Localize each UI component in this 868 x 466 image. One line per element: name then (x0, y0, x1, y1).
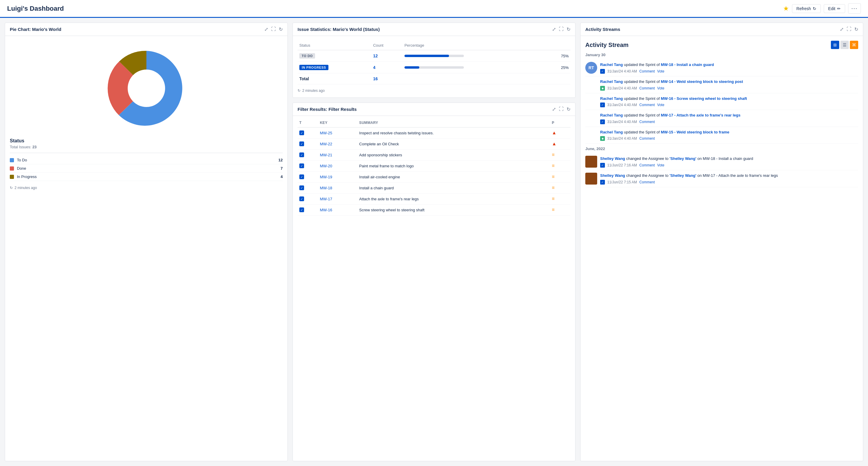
issue-link[interactable]: MW-16 - Screw steering wheel to steering… (661, 96, 747, 101)
stats-controls[interactable]: ⤢ ⛶ ↻ (552, 26, 570, 32)
activity-text: Rachel Tang updated the Sprint of MW-16 … (600, 96, 858, 101)
activity-meta: ✓ 11/Jun/22 7:15 AM Comment (600, 180, 858, 184)
activity-text: Rachel Tang updated the Sprint of MW-17 … (600, 112, 858, 118)
count-link-total[interactable]: 16 (373, 77, 378, 81)
activity-action-comment[interactable]: Comment (639, 86, 655, 90)
activity-action-vote[interactable]: Vote (657, 86, 664, 90)
issue-key[interactable]: MW-22 (320, 142, 332, 146)
assignee-link[interactable]: 'Shelley Wang' (670, 173, 696, 178)
issue-key[interactable]: MW-19 (320, 175, 332, 179)
issue-key[interactable]: MW-20 (320, 164, 332, 168)
issue-key[interactable]: MW-21 (320, 153, 332, 157)
edit-button[interactable]: Edit ✏ (824, 4, 845, 13)
activity-view-icons: ⊞ ☰ ⌘ (831, 41, 858, 49)
stats-widget: Issue Statistics: Mario's World (Status)… (292, 23, 576, 98)
more-options-button[interactable]: ··· (848, 3, 861, 14)
activity-meta: ◆ 31/Jan/24 4:40 AM Comment (600, 136, 858, 141)
filter-col-priority: P (550, 118, 570, 127)
page-header: Luigi's Dashboard ★ Refresh ↻ Edit ✏ ··· (0, 0, 868, 18)
stats-table: Status Count Percentage TO DO 12 (298, 41, 570, 84)
pie-chart-widget: Pie Chart: Mario's World ⤢ ⛶ ↻ (5, 23, 288, 461)
activity-time: 31/Jan/24 4:40 AM (607, 103, 637, 107)
issue-link[interactable]: MW-15 - Weld steering block to frame (661, 130, 729, 134)
collapse-icon[interactable]: ⤢ (552, 107, 556, 112)
activity-item: Rachel Tang updated the Sprint of MW-16 … (585, 93, 858, 110)
activity-widget: Activity Streams ⤢ ⛶ ↻ Activity Stream ⊞… (580, 23, 863, 461)
activity-action-vote[interactable]: Vote (657, 69, 664, 74)
activity-type-icon: ✓ (600, 163, 605, 168)
activity-item-content: Shelley Wang changed the Assignee to 'Sh… (600, 173, 858, 184)
count-link-todo[interactable]: 12 (373, 54, 378, 58)
progress-bar-inprogress (404, 66, 419, 69)
refresh-icon[interactable]: ↻ (566, 107, 570, 112)
list-view-button[interactable]: ☰ (840, 41, 849, 49)
activity-inner-header: Activity Stream ⊞ ☰ ⌘ (585, 41, 858, 49)
refresh-icon[interactable]: ↻ (854, 26, 858, 32)
activity-date-heading: June, 2022 (585, 147, 858, 151)
dashboard-grid: Pie Chart: Mario's World ⤢ ⛶ ↻ (0, 18, 868, 466)
expand-icon[interactable]: ⛶ (271, 26, 276, 32)
activity-meta: ◆ 31/Jan/24 4:40 AM Comment Vote (600, 86, 858, 91)
issue-type-icon: ✓ (299, 185, 304, 190)
filter-table-row: ✓ MW-25 Inspect and resolve chassis twis… (298, 127, 570, 139)
activity-action-comment[interactable]: Comment (639, 69, 655, 74)
legend-color-done (10, 167, 14, 171)
activity-inner-title: Activity Stream (585, 41, 629, 49)
expand-icon[interactable]: ⛶ (559, 107, 564, 112)
activity-type-icon: ✓ (600, 180, 605, 184)
activity-action-comment[interactable]: Comment (639, 137, 655, 141)
expand-icon[interactable]: ⛶ (559, 26, 564, 32)
expand-icon[interactable]: ⛶ (847, 26, 851, 32)
legend-count-todo: 12 (279, 158, 283, 162)
issue-type-icon: ✓ (299, 207, 304, 212)
issue-key[interactable]: MW-16 (320, 208, 332, 212)
pie-chart-controls[interactable]: ⤢ ⛶ ↻ (264, 26, 283, 32)
legend-total: Total Issues: 23 (10, 145, 283, 149)
activity-action-comment[interactable]: Comment (639, 103, 655, 107)
activity-action-vote[interactable]: Vote (657, 163, 664, 167)
activity-controls[interactable]: ⤢ ⛶ ↻ (840, 26, 858, 32)
issue-type-icon: ✓ (299, 164, 304, 168)
legend-count-done: 7 (281, 166, 283, 171)
legend-divider (10, 153, 283, 153)
activity-action-comment[interactable]: Comment (639, 120, 655, 124)
pie-legend: Status Total Issues: 23 To Do 12 Done 7 (10, 138, 283, 181)
issue-link[interactable]: MW-18 - Install a chain guard (661, 62, 714, 67)
legend-item-inprogress: In Progress 4 (10, 173, 283, 181)
collapse-icon[interactable]: ⤢ (264, 26, 268, 32)
activity-meta: ✓ 31/Jan/24 4:40 AM Comment (600, 119, 858, 124)
actor-name: Shelley Wang (600, 156, 625, 161)
star-icon[interactable]: ★ (783, 5, 789, 12)
issue-link[interactable]: MW-17 - Attach the axle to frame's rear … (661, 113, 740, 117)
filter-widget: Filter Results: Filter Results ⤢ ⛶ ↻ T K… (292, 103, 576, 461)
activity-item-content: Rachel Tang updated the Sprint of MW-18 … (600, 62, 858, 74)
grid-view-button[interactable]: ⊞ (831, 41, 839, 49)
refresh-icon[interactable]: ↻ (279, 26, 283, 32)
issue-key[interactable]: MW-25 (320, 131, 332, 135)
filter-table-row: ✓ MW-18 Install a chain guard ≡ (298, 182, 570, 194)
filter-table-row: ✓ MW-22 Complete an Oil Check ▲ (298, 139, 570, 149)
activity-meta: ✓ 11/Jun/22 7:16 AM Comment Vote (600, 163, 858, 168)
stats-body: Status Count Percentage TO DO 12 (293, 36, 575, 97)
activity-action-vote[interactable]: Vote (657, 103, 664, 107)
collapse-icon[interactable]: ⤢ (552, 26, 556, 32)
filter-controls[interactable]: ⤢ ⛶ ↻ (552, 107, 570, 112)
priority-medium-icon: ≡ (552, 174, 554, 179)
issue-key[interactable]: MW-18 (320, 186, 332, 190)
issue-key[interactable]: MW-17 (320, 197, 332, 201)
rss-button[interactable]: ⌘ (850, 41, 858, 49)
filter-table-row: ✓ MW-20 Paint metal frame to match logo … (298, 161, 570, 172)
stats-row-inprogress: IN PROGRESS 4 25% (298, 62, 570, 74)
activity-action-comment[interactable]: Comment (639, 163, 655, 167)
assignee-link[interactable]: 'Shelley Wang' (670, 156, 696, 161)
user-avatar (585, 173, 597, 184)
activity-action-comment[interactable]: Comment (639, 180, 655, 184)
issue-link[interactable]: MW-14 - Weld steering block to steering … (661, 79, 743, 84)
count-link-inprogress[interactable]: 4 (373, 65, 375, 70)
refresh-button[interactable]: Refresh ↻ (792, 4, 821, 13)
refresh-icon[interactable]: ↻ (566, 26, 570, 32)
collapse-icon[interactable]: ⤢ (840, 26, 844, 32)
activity-item: Shelley Wang changed the Assignee to 'Sh… (585, 170, 858, 187)
refresh-small-icon: ↻ (298, 89, 301, 93)
activity-type-icon: ◆ (600, 86, 605, 91)
